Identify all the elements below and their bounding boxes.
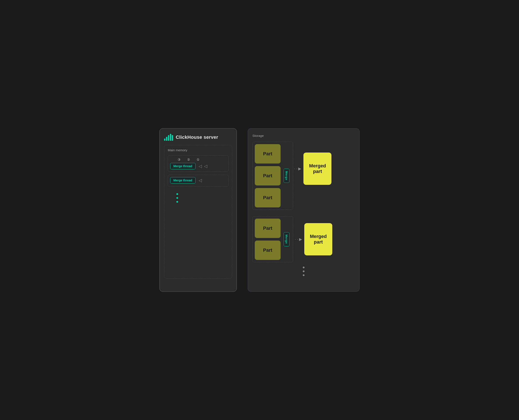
clickhouse-logo (164, 134, 173, 141)
part-box-5: Part (255, 240, 281, 260)
arrow-left-1: ◁ (199, 164, 202, 169)
merge-thread-1-section: ③ ② ① Merge thread ◁ ◁ (168, 155, 228, 172)
dot-3 (176, 201, 178, 203)
storage-dot-1 (303, 267, 304, 268)
step-1: ① (195, 158, 200, 162)
arrow-right-top: · · ▶ (294, 166, 301, 171)
merge-badge-bottom: Merge (284, 232, 289, 246)
top-merged-group: · · ▶ Mergedpart (294, 153, 331, 185)
part-box-4: Part (255, 219, 281, 238)
arrow-left-3: ◁ (199, 178, 202, 183)
merge-thread-1-row: Merge thread ◁ ◁ (170, 163, 226, 169)
logo-bar-2 (166, 137, 167, 141)
merge-thread-1-badge: Merge thread (170, 163, 195, 169)
dot-2 (176, 197, 178, 199)
step-2: ② (186, 158, 191, 162)
server-panel: ClickHouse server Main memory ③ ② ① Merg… (159, 128, 237, 292)
main-memory-box: Main memory ③ ② ① Merge thread ◁ ◁ Merge… (164, 145, 232, 278)
part-box-2: Part (255, 166, 281, 186)
merge-thread-2-row: Merge thread ◁ (170, 177, 226, 184)
part-box-3: Part (255, 188, 281, 207)
server-title: ClickHouse server (164, 134, 232, 141)
bottom-group: Part Part Merge (252, 216, 293, 262)
memory-dots (168, 189, 228, 205)
logo-bar-3 (168, 135, 169, 141)
logo-bar-5 (172, 135, 173, 141)
bottom-parts-stack: Part Part (255, 219, 281, 260)
bottom-merged-group: · · ▶ Mergedpart (295, 216, 332, 262)
bottom-groups-row: Part Part Merge · · ▶ Mergedpart (252, 216, 355, 262)
dot-1 (176, 193, 178, 195)
diagram-container: ClickHouse server Main memory ③ ② ① Merg… (151, 122, 368, 298)
storage-dot-2 (303, 270, 304, 272)
server-title-text: ClickHouse server (176, 135, 218, 140)
logo-bar-4 (170, 134, 171, 141)
part-box-1: Part (255, 144, 281, 164)
arrow-right-bottom: · · ▶ (295, 237, 302, 242)
merged-part-bottom: Mergedpart (304, 223, 332, 255)
step-3: ③ (177, 158, 181, 162)
storage-dots (252, 262, 355, 276)
storage-label: Storage (252, 134, 355, 137)
merge-thread-2-badge: Merge thread (170, 177, 195, 184)
arrow-left-2: ◁ (204, 164, 207, 169)
storage-dot-3 (303, 274, 304, 276)
top-group: Part Part Part Merge (252, 142, 293, 210)
step-numbers: ③ ② ① (170, 158, 226, 162)
storage-panel: Storage Part Part Part Merge · · ▶ Merge… (248, 128, 360, 292)
merged-part-top: Mergedpart (303, 153, 331, 185)
merge-badge-top: Merge (284, 169, 289, 183)
main-memory-label: Main memory (168, 148, 228, 152)
logo-bar-1 (164, 139, 165, 141)
merge-thread-2-section: Merge thread ◁ (168, 175, 228, 187)
top-parts-stack: Part Part Part (255, 144, 281, 207)
